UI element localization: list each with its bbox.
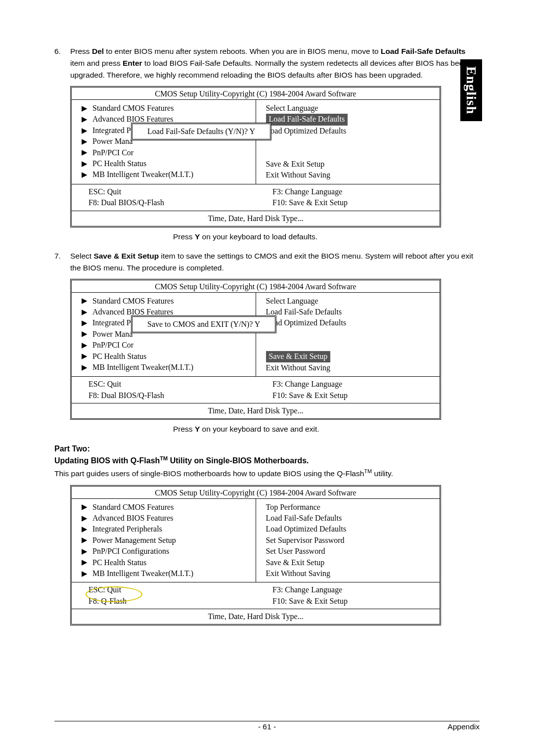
chevron-right-icon: ▶ [82,569,92,579]
bios-footer-keys: ESC: Quit F8: Dual BIOS/Q-Flash F3: Chan… [72,184,440,211]
bios-right-menu: Top Performance Load Fail-Safe Defaults … [256,499,440,582]
bios-hint: Time, Date, Hard Disk Type... [72,403,440,418]
chevron-right-icon: ▶ [82,170,92,180]
caption-2: Press Y on your keyboard to save and exi… [173,425,480,434]
bios-left-menu: ▶Standard CMOS Features ▶Advanced BIOS F… [72,499,256,582]
highlighted-item: Save & Exit Setup [266,351,331,362]
bios-title: CMOS Setup Utility-Copyright (C) 1984-20… [72,280,440,293]
chevron-right-icon: ▶ [82,557,92,568]
bios-screenshot-1: CMOS Setup Utility-Copyright (C) 1984-20… [70,86,441,227]
chevron-right-icon: ▶ [82,340,92,351]
bios-footer-keys: ESC: Quit F8: Q-Flash F3: Change Languag… [72,582,440,609]
bios-screenshot-2: CMOS Setup Utility-Copyright (C) 1984-20… [70,279,441,420]
part-two-paragraph: This part guides users of single-BIOS mo… [54,467,480,480]
bios-hint: Time, Date, Hard Disk Type... [72,211,440,226]
page-footer: - 61 - Appendix [54,721,480,731]
bios-footer-keys: ESC: Quit F8: Dual BIOS/Q-Flash F3: Chan… [72,377,440,403]
part-two-heading: Part Two: [54,445,480,453]
chevron-right-icon: ▶ [82,307,92,317]
step-text: Select Save & Exit Setup item to save th… [70,250,480,274]
chevron-right-icon: ▶ [82,147,92,158]
step-list: 6. Press Del to enter BIOS menu after sy… [54,45,480,81]
bios-left-menu: ▶Standard CMOS Features ▶Advanced BIOS F… [72,100,256,184]
bios-hint: Time, Date, Hard Disk Type... [72,609,440,624]
highlighted-item: Load Fail-Safe Defaults [266,114,348,125]
language-tab: English [460,59,482,121]
step-text: Press Del to enter BIOS menu after syste… [70,45,480,81]
bios-dialog: Save to CMOS and EXIT (Y/N)? Y [131,315,276,333]
step-7: 7. Select Save & Exit Setup item to save… [54,250,480,274]
chevron-right-icon: ▶ [82,136,92,147]
step-6: 6. Press Del to enter BIOS menu after sy… [54,45,480,81]
chevron-right-icon: ▶ [82,362,92,373]
chevron-right-icon: ▶ [82,114,92,125]
bios-title: CMOS Setup Utility-Copyright (C) 1984-20… [72,88,440,100]
step-number: 7. [54,250,70,274]
chevron-right-icon: ▶ [82,126,92,136]
bios-dialog: Load Fail-Safe Defaults (Y/N)? Y [131,123,271,140]
part-two-subheading: Updating BIOS with Q-FlashTM Utility on … [54,455,480,465]
bios-right-menu: Select Language Load Fail-Safe Defaults … [256,293,440,377]
chevron-right-icon: ▶ [82,546,92,557]
chevron-right-icon: ▶ [82,329,92,339]
step-number: 6. [54,45,70,81]
chevron-right-icon: ▶ [82,103,92,114]
chevron-right-icon: ▶ [82,535,92,545]
bios-left-menu: ▶Standard CMOS Features ▶Advanced BIOS F… [72,293,256,377]
chevron-right-icon: ▶ [82,296,92,306]
step-list: 7. Select Save & Exit Setup item to save… [54,250,480,274]
chevron-right-icon: ▶ [82,513,92,524]
chevron-right-icon: ▶ [82,159,92,169]
bios-screenshot-3: CMOS Setup Utility-Copyright (C) 1984-20… [70,485,441,626]
page-number: - 61 - [54,722,480,731]
page-content: 6. Press Del to enter BIOS menu after sy… [54,45,480,625]
chevron-right-icon: ▶ [82,502,92,512]
caption-1: Press Y on your keyboard to load default… [173,232,480,241]
bios-right-menu: Select Language Load Fail-Safe Defaults … [256,100,440,184]
chevron-right-icon: ▶ [82,351,92,361]
chevron-right-icon: ▶ [82,524,92,534]
chevron-right-icon: ▶ [82,318,92,328]
bios-title: CMOS Setup Utility-Copyright (C) 1984-20… [72,487,440,499]
